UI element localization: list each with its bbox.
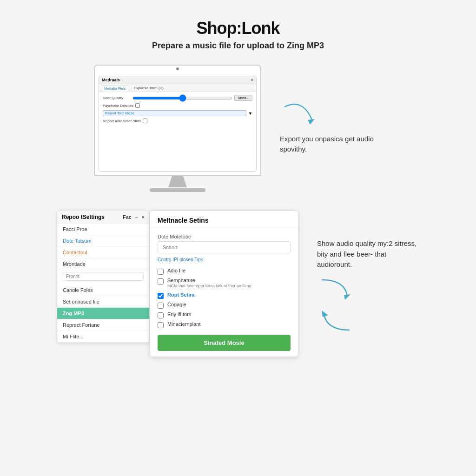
top-dialog-tab1[interactable]: Metlalia Fiels — [101, 85, 129, 92]
check-row-1: Semphature MCbt that fineIroper lorea Ii… — [158, 278, 291, 289]
page-title: Shop:Lonk — [152, 19, 324, 38]
row-payc: Paycfralie Deloties — [103, 103, 252, 108]
check-row-2: Ropt Setira — [158, 292, 291, 299]
field-input[interactable] — [158, 241, 291, 253]
quality-label: Soor Quality — [103, 96, 131, 100]
top-dialog-title: Medraais — [102, 78, 120, 82]
monitor-dot — [176, 67, 179, 70]
quality-btn[interactable]: Sneit... — [234, 95, 252, 101]
check-label-1: Semphature MCbt that fineIroper lorea Ii… — [167, 278, 251, 289]
checkbox-1[interactable] — [158, 278, 164, 284]
side-panel-items: Facci Proe Dote Tatsum Contactoul Mronti… — [57, 224, 149, 343]
row-dropdown: Report Tlotl Mose ▼ — [103, 110, 252, 116]
sp-item-5[interactable]: Canole Foles — [57, 284, 149, 296]
report-label: Report Adic Voter Sints — [103, 119, 141, 123]
bottom-up-arrow-icon — [317, 307, 354, 332]
side-panel-controls: Fac – × — [123, 214, 145, 220]
payc-label: Paycfralie Deloties — [103, 104, 133, 108]
svg-marker-2 — [322, 311, 328, 317]
side-panel: Repoo tSettings Fac – × Facci Proe Dote … — [57, 211, 150, 343]
check-label-2: Ropt Setira — [167, 292, 195, 298]
top-description: Export you onpasica get audio spovithy. — [280, 134, 382, 155]
bottom-panels: Repoo tSettings Fac – × Facci Proe Dote … — [57, 211, 298, 357]
sp-input-fronrit[interactable] — [63, 272, 144, 281]
monitor-base — [150, 188, 205, 192]
page-subtitle: Prepare a music file for upload to Zing … — [152, 41, 324, 51]
close-icon[interactable]: × — [142, 214, 145, 220]
side-panel-header: Repoo tSettings Fac – × — [57, 211, 149, 224]
report-dropdown[interactable]: Report Tlotl Mose — [103, 110, 246, 116]
sp-item-3[interactable]: Mrontiade — [57, 258, 149, 270]
checkbox-4[interactable] — [158, 312, 164, 318]
bottom-description: Show audio quality my:2 sitress, bity an… — [317, 238, 419, 270]
side-panel-tab2[interactable]: Fac — [123, 214, 131, 220]
dropdown-arrow-icon: ▼ — [248, 111, 252, 116]
top-dialog-tabs: Metlalia Fiels Expanse Torm (H) — [99, 84, 256, 92]
row-quality: Soor Quality Sneit... — [103, 95, 252, 101]
main-action-button[interactable]: Sinated Mosie — [158, 335, 291, 351]
monitor-screen: Medraais × Metlalia Fiels Expanse Torm (… — [94, 65, 261, 176]
minimize-icon[interactable]: – — [135, 214, 138, 220]
check-label-5: Minaciernplant — [167, 321, 201, 327]
check-row-0: Adio file — [158, 268, 291, 275]
main-dialog: MeItnacle Setins Dote Motetobe Contry IP… — [150, 211, 298, 357]
top-arrow-section: Export you onpasica get audio spovithy. — [280, 102, 382, 155]
top-dialog-tab2[interactable]: Expanse Torm (H) — [131, 85, 166, 92]
check-sub-1: MCbt that fineIroper lorea Iink at ther … — [167, 283, 251, 289]
sp-item-6[interactable]: Set onirosed file — [57, 296, 149, 308]
bottom-right-section: Show audio quality my:2 sitress, bity an… — [317, 211, 419, 332]
checkbox-3[interactable] — [158, 303, 164, 309]
bottom-down-arrow-icon — [317, 278, 354, 303]
monitor-illustration: Medraais × Metlalia Fiels Expanse Torm (… — [94, 65, 261, 192]
checkbox-2[interactable] — [158, 293, 164, 299]
bottom-section: Repoo tSettings Fac – × Facci Proe Dote … — [29, 211, 447, 357]
main-dialog-body: Dote Motetobe Contry IPI olosen Tips Adi… — [150, 228, 298, 357]
top-dialog-body: Soor Quality Sneit... Paycfralie Delotie… — [99, 92, 256, 128]
monitor-stand — [168, 176, 187, 187]
checkbox-0[interactable] — [158, 269, 164, 275]
check-row-3: Cogagle — [158, 302, 291, 309]
page-header: Shop:Lonk Prepare a music file for uploa… — [152, 19, 324, 51]
top-dialog: Medraais × Metlalia Fiels Expanse Torm (… — [99, 76, 257, 172]
top-dialog-titlebar: Medraais × — [99, 76, 256, 84]
check-row-5: Minaciernplant — [158, 321, 291, 328]
checkbox-5[interactable] — [158, 322, 164, 328]
top-section: Medraais × Metlalia Fiels Expanse Torm (… — [29, 65, 447, 192]
row-report: Report Adic Voter Sints — [103, 119, 252, 123]
check-label-3: Cogagle — [167, 302, 186, 307]
svg-marker-1 — [344, 294, 350, 300]
sp-item-zng[interactable]: Zng MP3 — [57, 308, 149, 319]
side-panel-title: Repoo tSettings — [62, 214, 105, 220]
check-label-0: Adio file — [167, 268, 185, 273]
sp-item-0[interactable]: Facci Proe — [57, 224, 149, 235]
check-label-4: Erly lfi tom — [167, 311, 191, 317]
field-label: Dote Motetobe — [158, 234, 291, 239]
payc-checkbox[interactable] — [135, 103, 140, 108]
tips-link[interactable]: Contry IPI olosen Tips — [158, 257, 291, 262]
top-dialog-close[interactable]: × — [251, 78, 253, 82]
check-row-4: Erly lfi tom — [158, 311, 291, 318]
sp-item-9[interactable]: Mi Flite... — [57, 331, 149, 343]
svg-marker-0 — [308, 119, 315, 125]
sp-item-1[interactable]: Dote Tatsum — [57, 235, 149, 247]
top-arrow-icon — [280, 102, 317, 130]
main-dialog-title: MeItnacle Setins — [150, 211, 298, 228]
report-checkbox[interactable] — [143, 119, 147, 123]
quality-slider[interactable] — [132, 97, 232, 99]
sp-item-2[interactable]: Contactoul — [57, 247, 149, 258]
sp-item-8[interactable]: Reprect Fortane — [57, 319, 149, 331]
